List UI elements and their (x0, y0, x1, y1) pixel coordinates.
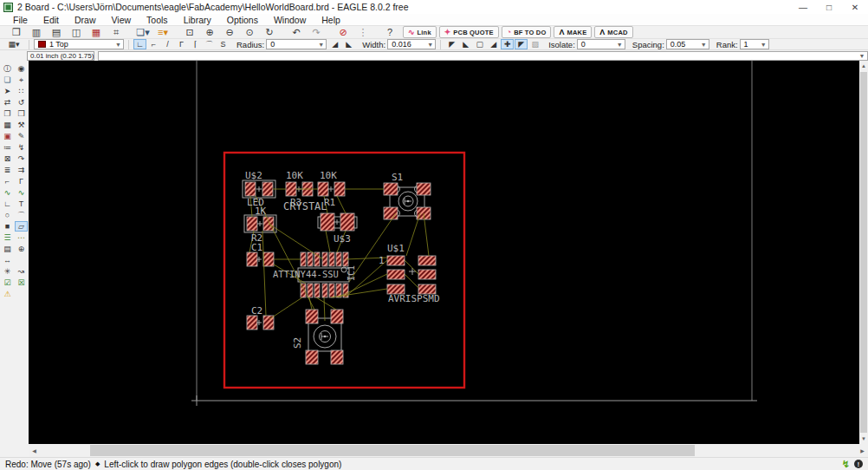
width-select[interactable]: 0.016 ▼ (387, 39, 436, 49)
isolate-select[interactable]: 0 ▼ (577, 39, 625, 49)
paste-icon[interactable]: ❒ (15, 108, 28, 119)
hole-icon[interactable]: ⊕ (15, 244, 28, 254)
schematic-switch-icon[interactable]: ❏▾ (133, 26, 152, 38)
thermal-style[interactable]: ◢ (487, 39, 500, 49)
zoom-fit-icon[interactable]: ⊡ (180, 26, 199, 38)
ratsnest-icon[interactable]: ✳ (1, 266, 14, 277)
print-icon[interactable]: ▤ (47, 26, 66, 38)
board-drawing[interactable]: U$2 LED 10K R3 10K R1 S1 CRYSTAL 1K R2 U… (29, 61, 859, 444)
vertical-scroll-thumb[interactable] (860, 72, 867, 433)
bend-style-1[interactable]: ∟ (133, 39, 146, 49)
autorouter-icon[interactable]: ↝ (15, 266, 28, 277)
menu-item[interactable]: View (104, 15, 139, 25)
text-icon[interactable]: T (15, 199, 28, 209)
zoom-out-icon[interactable]: ⊖ (220, 26, 239, 38)
open-icon[interactable]: ❒ (7, 26, 26, 38)
bend-style-5[interactable]: ⌈ (189, 39, 202, 49)
vertical-scrollbar[interactable]: ▲ ▼ (859, 61, 868, 444)
bend-style-2[interactable]: ⌐ (147, 39, 160, 49)
hatch-grid[interactable]: ▨ (528, 39, 541, 49)
pour-solid[interactable]: ◤ (445, 39, 458, 49)
stop-icon[interactable]: ⊘ (334, 26, 353, 38)
ripup-icon[interactable]: ∿ (15, 187, 28, 198)
move-icon[interactable]: ➤ (1, 86, 14, 96)
optimize-icon[interactable]: ↷ (15, 153, 28, 164)
cam-processor-icon[interactable]: ▦ (87, 26, 106, 38)
layer-select[interactable]: 1 Top ▼ (34, 39, 124, 49)
delete-icon[interactable]: ▦ (1, 120, 14, 130)
bend-style-3[interactable]: / (161, 39, 174, 49)
menu-item[interactable]: File (5, 15, 36, 25)
drc-icon[interactable]: ☑ (1, 277, 14, 288)
zoom-select-icon[interactable]: ⊙ (240, 26, 259, 38)
miter-icon[interactable]: Γ (15, 176, 28, 186)
export-image-icon[interactable]: ◫ (67, 26, 86, 38)
erc-icon[interactable]: ☒ (15, 277, 28, 288)
horizontal-scroll-thumb[interactable] (90, 445, 695, 456)
scroll-right-arrow[interactable]: ▶ (857, 447, 868, 454)
info-icon[interactable]: ⓘ (1, 63, 14, 74)
layer-settings-icon[interactable]: ❏ (1, 75, 14, 85)
grid-button[interactable]: ▦▾ (3, 39, 24, 49)
radius-select[interactable]: 0 ▼ (266, 39, 327, 49)
rect-icon[interactable]: ■ (1, 221, 14, 232)
mark-icon[interactable]: ⌖ (15, 75, 28, 85)
notification-icon[interactable]: ! (854, 460, 863, 468)
group-icon[interactable]: ∷ (15, 86, 28, 96)
redo-icon[interactable]: ↷ (307, 26, 326, 38)
split-icon[interactable]: ⇉ (15, 165, 28, 175)
chevron-down-icon[interactable]: ▼ (857, 53, 867, 59)
zoom-in-icon[interactable]: ⊕ (200, 26, 219, 38)
arc-icon[interactable]: ⌒ (15, 210, 28, 220)
mcad-button[interactable]: Λ MCAD (594, 26, 632, 38)
scroll-left-arrow[interactable]: ◀ (29, 447, 40, 454)
polygon-icon[interactable]: ▱ (15, 221, 28, 232)
signal-icon[interactable]: ⋯ (15, 232, 28, 243)
lock-icon[interactable]: ⊠ (1, 153, 14, 164)
mirror-icon[interactable]: ⇄ (1, 97, 14, 108)
command-input[interactable] (99, 52, 857, 60)
wire-icon[interactable]: ∟ (1, 199, 14, 209)
menu-item[interactable]: Window (266, 15, 314, 25)
pcb-quote-button[interactable]: ✦ PCB QUOTE (439, 26, 499, 38)
orphans-toggle[interactable]: ◤ (515, 39, 528, 49)
via-icon[interactable]: ☰ (1, 232, 14, 243)
meander-icon[interactable]: ≣ (1, 165, 14, 175)
circle-icon[interactable]: ○ (1, 210, 14, 220)
drawing-canvas[interactable]: U$2 LED 10K R3 10K R1 S1 CRYSTAL 1K R2 U… (29, 61, 859, 444)
route-icon[interactable]: ∿ (1, 187, 14, 198)
copy-icon[interactable]: ❐ (1, 108, 14, 119)
minimize-button[interactable]: — (790, 0, 816, 14)
wrench-icon[interactable]: ⚒ (15, 120, 28, 130)
fusion-link-button[interactable]: ∿ Link (403, 26, 437, 38)
thermal-cross[interactable]: ✚ (501, 39, 514, 49)
menu-item[interactable]: Draw (67, 15, 104, 25)
bend-icon[interactable]: ⌐ (1, 176, 14, 186)
options-dots-icon[interactable]: ⋮ (353, 26, 372, 38)
replace-icon[interactable]: ▣ (1, 131, 14, 141)
help-icon[interactable]: ? (380, 26, 399, 38)
bf-todo-button[interactable]: ◔ BF TO DO (502, 26, 552, 38)
horizontal-scrollbar[interactable]: ◀ ▶ (29, 444, 868, 457)
maximize-button[interactable]: □ (816, 0, 842, 14)
layer-list-icon[interactable]: ≡▾ (153, 26, 172, 38)
name-icon[interactable]: ✎ (15, 131, 28, 141)
dimension-icon[interactable]: ↔ (1, 255, 14, 265)
menu-item[interactable]: Options (219, 15, 266, 25)
pour-hatch[interactable]: ◣ (459, 39, 472, 49)
miter-style-1[interactable]: ◢ (328, 39, 341, 49)
close-button[interactable]: ✕ (842, 0, 868, 14)
menu-item[interactable]: Help (314, 15, 348, 25)
value-icon[interactable]: ≔ (1, 142, 14, 153)
menu-item[interactable]: Library (176, 15, 219, 25)
bend-style-6[interactable]: ⌒ (203, 39, 216, 49)
scroll-up-arrow[interactable]: ▲ (859, 61, 868, 71)
undo-icon[interactable]: ↶ (287, 26, 306, 38)
rotate-icon[interactable]: ↺ (15, 97, 28, 108)
make-button[interactable]: Λ MAKE (554, 26, 592, 38)
bend-style-4[interactable]: Γ (175, 39, 188, 49)
zoom-redraw-icon[interactable]: ↻ (260, 26, 279, 38)
library-icon[interactable]: ⌗ (107, 26, 126, 38)
display-icon[interactable]: ◉ (15, 63, 28, 74)
pour-outline[interactable]: ▢ (473, 39, 486, 49)
